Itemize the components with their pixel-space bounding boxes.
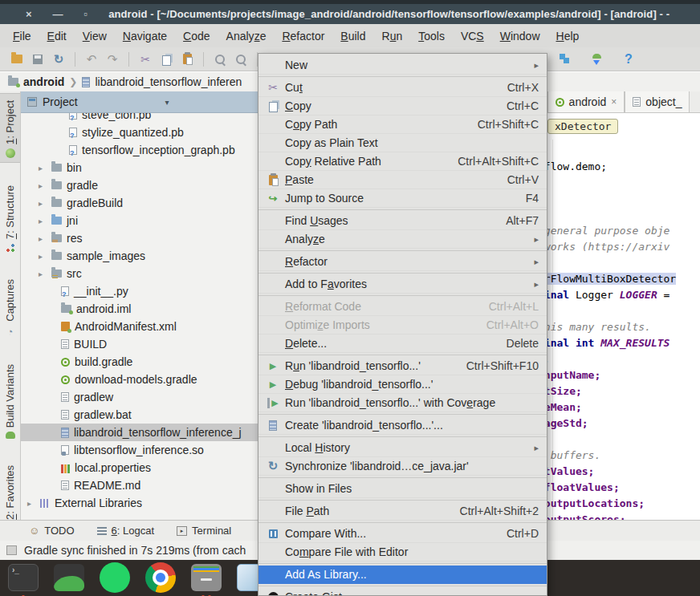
context-menu-item-reformat-code[interactable]: Reformat CodeCtrl+Alt+L: [258, 298, 547, 316]
stripe-tab-captures[interactable]: Captures◔: [0, 273, 20, 342]
undo-button[interactable]: ↶: [81, 50, 102, 69]
layout-icon: [560, 54, 565, 59]
context-menu-item-add-to-favorites[interactable]: Add to Favorites▸: [258, 275, 547, 294]
context-menu-label: Compare With...: [285, 527, 366, 540]
tree-expand-arrow[interactable]: ▸: [39, 199, 47, 208]
context-menu-item-analyze[interactable]: Analyze▸: [258, 230, 547, 249]
menu-file[interactable]: File: [5, 30, 39, 43]
tab-close-icon[interactable]: ×: [611, 96, 617, 107]
context-menu-item-cut[interactable]: ✂CutCtrl+X: [258, 79, 547, 97]
save-button[interactable]: [27, 50, 48, 69]
menu-vcs[interactable]: VCS: [453, 30, 492, 43]
editor-tab-object[interactable]: object_: [625, 91, 690, 112]
layout-button[interactable]: [554, 50, 575, 69]
help-button[interactable]: ?: [618, 50, 639, 69]
menu-window[interactable]: Window: [492, 30, 548, 43]
open-folder-button[interactable]: [6, 50, 27, 69]
copy-button[interactable]: [156, 50, 177, 69]
tree-expand-arrow[interactable]: ▸: [39, 270, 47, 278]
context-menu-item-show-in-files[interactable]: Show in Files: [258, 480, 547, 498]
context-menu-item-synchronize-libandroid-ce-java-jar[interactable]: ↻Synchronize 'libandroid…ce_java.jar': [258, 457, 547, 476]
context-menu-label: Copy: [285, 99, 311, 112]
tree-item-label: build.gradle: [75, 355, 132, 368]
tree-expand-arrow[interactable]: ▸: [27, 499, 35, 508]
toolwindow-toggle-icon[interactable]: [6, 545, 17, 555]
menu-navigate[interactable]: Navigate: [115, 30, 175, 43]
taskbar-app-archive[interactable]: [191, 564, 222, 593]
context-menu-item-debug-libandroid-tensorflo[interactable]: ▶Debug 'libandroid_tensorflo...': [258, 375, 547, 394]
toolwindow-tab-terminal[interactable]: Terminal: [177, 525, 231, 537]
context-menu-item-delete[interactable]: Delete...Delete: [258, 334, 547, 353]
cut-button[interactable]: ✂: [135, 50, 156, 69]
toolbar-right: ?: [554, 47, 639, 71]
menu-view[interactable]: View: [75, 30, 115, 43]
menu-analyze[interactable]: Analyze: [218, 30, 275, 43]
tree-expand-arrow[interactable]: ▸: [39, 181, 47, 190]
stripe-tab-build-variants[interactable]: Build Variants: [0, 358, 20, 443]
window-close-button[interactable]: ×: [26, 8, 32, 20]
context-menu-item-run-libandroid-tensorflo[interactable]: ▶Run 'libandroid_tensorflo...'Ctrl+Shift…: [258, 357, 547, 375]
taskbar-app-whatsapp[interactable]: [100, 564, 130, 593]
toolwindow-tab-todo[interactable]: ☺TODO: [29, 525, 75, 537]
context-menu-label: Refactor: [285, 255, 328, 268]
breadcrumb-project[interactable]: android: [23, 75, 64, 88]
menu-tools[interactable]: Tools: [410, 30, 453, 43]
editor-tab-label: object_: [645, 95, 682, 108]
context-menu-item-copy-as-plain-text[interactable]: Copy as Plain Text: [258, 134, 547, 152]
context-menu-item-find-usages[interactable]: Find UsagesAlt+F7: [258, 212, 547, 230]
context-menu-item-refactor[interactable]: Refactor▸: [258, 253, 547, 271]
submenu-arrow-icon: ▸: [534, 234, 539, 245]
tree-expand-arrow[interactable]: ▸: [39, 217, 47, 225]
breadcrumb-file[interactable]: libandroid_tensorflow_inferen: [95, 75, 242, 88]
context-menu-item-local-history[interactable]: Local History▸: [258, 439, 547, 457]
context-menu-item-new[interactable]: New▸: [258, 56, 547, 75]
context-menu-item-jump-to-source[interactable]: ↪Jump to SourceF4: [258, 189, 547, 208]
stripe-tab-1-project[interactable]: 1: Project: [0, 93, 20, 163]
taskbar-app-terminal[interactable]: [8, 564, 39, 593]
menu-code[interactable]: Code: [175, 30, 218, 43]
paste-button[interactable]: [177, 50, 197, 69]
menu-build[interactable]: Build: [332, 30, 373, 43]
editor-tab-android[interactable]: android×: [547, 91, 625, 112]
stripe-tab-7-structure[interactable]: 7: Structure: [0, 179, 20, 257]
context-menu-item-copy[interactable]: CopyCtrl+C: [258, 97, 547, 116]
context-menu-item-paste[interactable]: PasteCtrl+V: [258, 171, 547, 189]
menu-shortcut: F4: [526, 192, 539, 205]
taskbar-app-photos[interactable]: [54, 564, 84, 593]
menu-help[interactable]: Help: [548, 30, 588, 43]
toolwindow-tab-6-logcat[interactable]: 6: Logcat: [97, 525, 155, 537]
context-menu-item-run-libandroid-tensorflo-with-coverage[interactable]: ▶Run 'libandroid_tensorflo...' with Cove…: [258, 394, 547, 412]
menu-edit[interactable]: Edit: [39, 30, 75, 43]
tree-expand-arrow[interactable]: ▸: [39, 252, 47, 261]
menu-run[interactable]: Run: [374, 30, 411, 43]
context-menu-item-copy-path[interactable]: Copy PathCtrl+Shift+C: [258, 116, 547, 134]
context-menu-item-copy-relative-path[interactable]: Copy Relative PathCtrl+Alt+Shift+C: [258, 152, 547, 171]
context-menu-label: Paste: [285, 173, 314, 186]
context-menu-item-compare-file-with-editor[interactable]: Compare File with Editor: [258, 543, 547, 562]
sync-button[interactable]: ↻: [48, 50, 69, 69]
replace-button[interactable]: [230, 50, 251, 69]
context-menu-item-create-gist[interactable]: Create Gist...: [258, 588, 547, 596]
menu-separator: [258, 76, 547, 77]
window-maximize-button[interactable]: ▫: [84, 8, 88, 20]
chevron-down-icon[interactable]: ▾: [165, 98, 169, 107]
tree-item-label: External Libraries: [55, 497, 142, 509]
archive-app-icon: [191, 564, 222, 591]
context-menu-item-file-path[interactable]: File PathCtrl+Alt+Shift+2: [258, 502, 547, 521]
find-button[interactable]: [210, 50, 230, 69]
menu-separator: [258, 295, 547, 296]
window-minimize-button[interactable]: —: [53, 8, 63, 20]
taskbar-app-chrome[interactable]: [145, 564, 176, 593]
context-menu-item-compare-with[interactable]: Compare With...Ctrl+D: [258, 525, 547, 543]
menu-refactor[interactable]: Refactor: [274, 30, 332, 43]
run-android-button[interactable]: [586, 50, 607, 69]
tree-expand-arrow[interactable]: ▸: [39, 164, 47, 172]
context-menu-item-create-libandroid-tensorflo[interactable]: Create 'libandroid_tensorflo...'...: [258, 416, 547, 435]
menu-icon-slot: ↻: [265, 459, 281, 473]
code-element-chip[interactable]: xDetector: [547, 119, 618, 134]
context-menu-item-optimize-imports[interactable]: Optimize ImportsCtrl+Alt+O: [258, 316, 547, 334]
tree-expand-arrow[interactable]: ▸: [39, 234, 47, 243]
code-line: [538, 257, 700, 273]
context-menu-item-add-as-library[interactable]: Add As Library...: [258, 566, 547, 584]
redo-button[interactable]: ↷: [102, 50, 123, 69]
